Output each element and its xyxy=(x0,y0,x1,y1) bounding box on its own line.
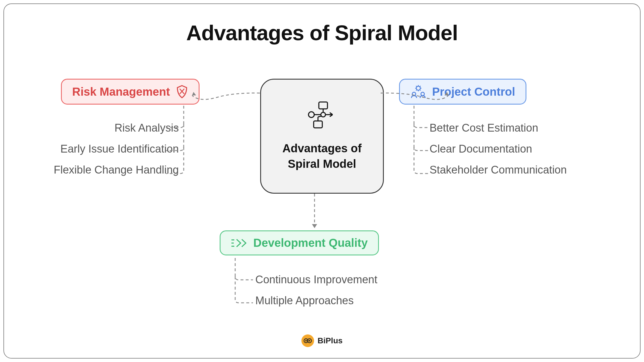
svg-rect-1 xyxy=(314,121,322,128)
svg-point-18 xyxy=(305,340,307,342)
shield-icon xyxy=(176,85,188,99)
diagram-frame: Advantages of Spiral Model Advantages of… xyxy=(3,3,641,359)
fast-forward-icon xyxy=(231,238,248,248)
project-item: Stakeholder Communication xyxy=(430,164,567,176)
brand-logo: BiPlus xyxy=(301,334,342,347)
risk-item: Risk Analysis xyxy=(29,122,179,134)
project-item: Clear Documentation xyxy=(430,143,567,155)
dev-items: Continuous Improvement Multiple Approach… xyxy=(255,274,377,307)
project-control-node: Project Control xyxy=(399,79,526,105)
svg-point-2 xyxy=(308,112,314,118)
svg-point-10 xyxy=(412,92,416,96)
owl-icon xyxy=(301,334,314,347)
risk-items: Risk Analysis Early Issue Identification… xyxy=(29,122,179,176)
svg-rect-0 xyxy=(319,102,327,109)
development-quality-node: Development Quality xyxy=(220,230,379,255)
svg-line-8 xyxy=(318,116,321,117)
project-item: Better Cost Estimation xyxy=(430,122,567,134)
center-label: Advantages of Spiral Model xyxy=(273,140,371,172)
svg-point-19 xyxy=(309,340,310,342)
risk-item: Flexible Change Handling xyxy=(29,164,179,176)
dev-connector xyxy=(230,257,259,306)
svg-point-3 xyxy=(321,112,325,117)
project-label: Project Control xyxy=(432,85,515,98)
project-items: Better Cost Estimation Clear Documentati… xyxy=(430,122,567,176)
brand-name: BiPlus xyxy=(317,336,342,345)
dev-label: Development Quality xyxy=(253,236,368,249)
center-node: Advantages of Spiral Model xyxy=(260,79,384,194)
svg-point-9 xyxy=(416,86,420,90)
risk-label: Risk Management xyxy=(72,85,170,98)
dev-item: Continuous Improvement xyxy=(255,274,377,286)
connector-down xyxy=(309,194,320,231)
team-gear-icon xyxy=(410,85,426,99)
dev-item: Multiple Approaches xyxy=(255,294,377,307)
risk-item: Early Issue Identification xyxy=(29,143,179,155)
svg-point-11 xyxy=(421,92,424,96)
risk-management-node: Risk Management xyxy=(61,79,200,105)
main-title: Advantages of Spiral Model xyxy=(186,21,458,45)
diagram-icon xyxy=(306,101,338,130)
